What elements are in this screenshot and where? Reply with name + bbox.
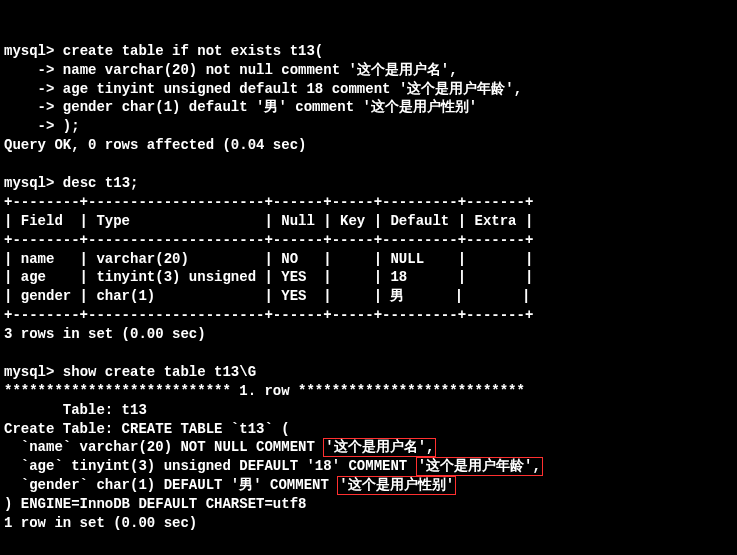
show-name-line: `name` varchar(20) NOT NULL COMMENT (4, 439, 323, 455)
sql-create-line5: ); (54, 118, 79, 134)
table-border: +--------+---------------------+------+-… (4, 307, 533, 323)
prompt: mysql> (4, 175, 54, 191)
sql-show-cmd: show create table t13\G (54, 364, 256, 380)
query-result: 1 row in set (0.00 sec) (4, 515, 197, 531)
table-header: | Field | Type | Null | Key | Default | … (4, 213, 533, 229)
show-table-name: Table: t13 (4, 402, 147, 418)
sql-create-line3: age tinyint unsigned default 18 comment … (54, 81, 522, 97)
terminal-output: mysql> create table if not exists t13( -… (4, 42, 733, 533)
show-age-line: `age` tinyint(3) unsigned DEFAULT '18' C… (4, 458, 416, 474)
sql-create-line2: name varchar(20) not null comment '这个是用户… (54, 62, 457, 78)
table-row: | age | tinyint(3) unsigned | YES | | 18… (4, 269, 533, 285)
highlight-comment-name: '这个是用户名', (323, 438, 436, 457)
row-header: *************************** 1. row *****… (4, 383, 525, 399)
cont-prompt: -> (4, 118, 54, 134)
highlight-comment-gender: '这个是用户性别' (337, 476, 456, 495)
cont-prompt: -> (4, 62, 54, 78)
sql-desc-cmd: desc t13; (54, 175, 138, 191)
query-result: Query OK, 0 rows affected (0.04 sec) (4, 137, 306, 153)
query-result: 3 rows in set (0.00 sec) (4, 326, 206, 342)
table-border: +--------+---------------------+------+-… (4, 194, 533, 210)
table-row: | gender | char(1) | YES | | 男 | | (4, 288, 530, 304)
prompt: mysql> (4, 364, 54, 380)
table-row: | name | varchar(20) | NO | | NULL | | (4, 251, 533, 267)
show-gender-line: `gender` char(1) DEFAULT '男' COMMENT (4, 477, 337, 493)
show-engine-line: ) ENGINE=InnoDB DEFAULT CHARSET=utf8 (4, 496, 306, 512)
prompt: mysql> (4, 43, 54, 59)
sql-create-line1: create table if not exists t13( (54, 43, 323, 59)
sql-create-line4: gender char(1) default '男' comment '这个是用… (54, 99, 477, 115)
table-border: +--------+---------------------+------+-… (4, 232, 533, 248)
highlight-comment-age: '这个是用户年龄', (416, 457, 543, 476)
show-create-line: Create Table: CREATE TABLE `t13` ( (4, 421, 290, 437)
cont-prompt: -> (4, 81, 54, 97)
cont-prompt: -> (4, 99, 54, 115)
